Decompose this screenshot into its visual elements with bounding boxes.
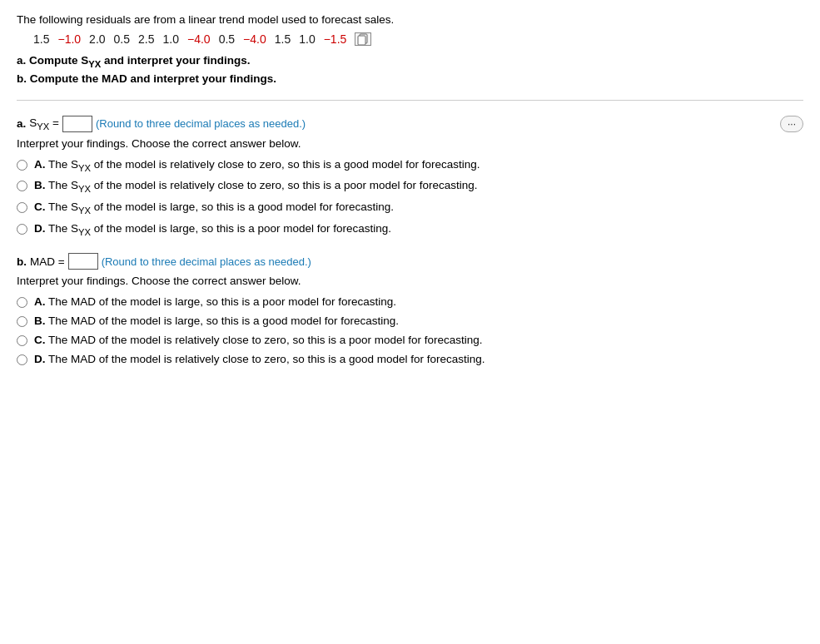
residual-6: 1.0	[163, 32, 179, 46]
section-b-label: b.	[17, 255, 27, 268]
residual-10: 1.5	[275, 32, 291, 46]
more-button[interactable]: ···	[780, 116, 803, 132]
residual-8: 0.5	[219, 32, 235, 46]
radio-syx-d[interactable]	[17, 224, 27, 235]
section-a-label: a.	[17, 117, 26, 130]
option-b1: A. The MAD of the model is large, so thi…	[17, 295, 803, 308]
syx-input-row: a. SYX = (Round to three decimal places …	[17, 116, 780, 132]
residual-1: 1.5	[33, 32, 49, 46]
svg-rect-1	[358, 36, 365, 45]
residual-12: −1.5	[324, 32, 347, 46]
radio-mad-b[interactable]	[17, 316, 27, 327]
mad-hint: (Round to three decimal places as needed…	[102, 255, 311, 268]
interpret-label-b: Interpret your findings. Choose the corr…	[17, 275, 803, 287]
residual-9: −4.0	[243, 32, 266, 46]
intro-text: The following residuals are from a linea…	[17, 13, 803, 26]
residual-2: −1.0	[57, 32, 81, 46]
radio-syx-b[interactable]	[17, 181, 27, 191]
syx-input[interactable]	[62, 116, 92, 132]
mad-input[interactable]	[68, 253, 98, 270]
residual-3: 2.0	[89, 32, 105, 46]
option-a4: D. The SYX of the model is large, so thi…	[17, 222, 803, 237]
syx-hint: (Round to three decimal places as needed…	[96, 117, 306, 130]
residual-4: 0.5	[114, 32, 130, 46]
option-b3: C. The MAD of the model is relatively cl…	[17, 334, 803, 346]
radio-mad-c[interactable]	[17, 335, 27, 346]
residual-5: 2.5	[138, 32, 154, 46]
radio-mad-a[interactable]	[17, 297, 27, 308]
interpret-label-a: Interpret your findings. Choose the corr…	[17, 137, 803, 150]
part-a-description: a. Compute SYX and interpret your findin…	[17, 54, 803, 69]
residuals-row: 1.5 −1.0 2.0 0.5 2.5 1.0 −4.0 0.5 −4.0 1…	[33, 32, 803, 46]
option-a1: A. The SYX of the model is relatively cl…	[17, 158, 803, 173]
option-a3: C. The SYX of the model is large, so thi…	[17, 201, 803, 215]
section-b-answer: b. MAD = (Round to three decimal places …	[17, 253, 803, 365]
option-b4: D. The MAD of the model is relatively cl…	[17, 353, 803, 365]
parts-section: a. Compute SYX and interpret your findin…	[17, 54, 803, 85]
option-a2: B. The SYX of the model is relatively cl…	[17, 179, 803, 194]
part-b-description: b. Compute the MAD and interpret your fi…	[17, 72, 803, 85]
radio-mad-d[interactable]	[17, 354, 27, 365]
residual-7: −4.0	[187, 32, 211, 46]
radio-syx-a[interactable]	[17, 160, 27, 171]
radio-syx-c[interactable]	[17, 202, 27, 213]
residual-11: 1.0	[299, 32, 315, 46]
divider	[17, 100, 803, 101]
option-b2: B. The MAD of the model is large, so thi…	[17, 315, 803, 327]
mad-input-row: b. MAD = (Round to three decimal places …	[17, 253, 803, 270]
copy-icon[interactable]	[355, 32, 371, 46]
section-a-answer: a. SYX = (Round to three decimal places …	[17, 116, 803, 237]
